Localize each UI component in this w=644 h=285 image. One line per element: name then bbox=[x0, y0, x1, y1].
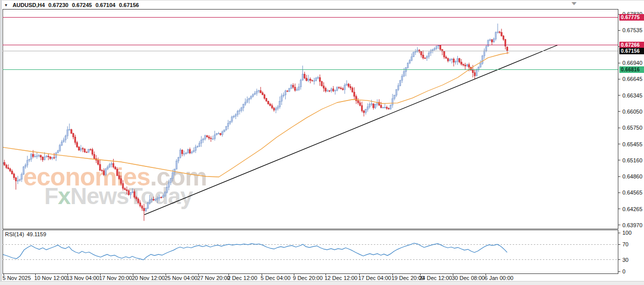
candlestick-series bbox=[2, 24, 508, 221]
candle bbox=[99, 164, 101, 170]
main-plot-area[interactable] bbox=[3, 9, 618, 229]
chart-canvas[interactable] bbox=[0, 1, 644, 285]
candle bbox=[302, 74, 303, 80]
price-level-badge: 0.66816 bbox=[619, 66, 644, 73]
candle bbox=[245, 102, 246, 104]
candle bbox=[436, 46, 437, 49]
candle bbox=[346, 84, 348, 85]
current-price-badge: 0.67156 bbox=[619, 48, 644, 54]
candle bbox=[165, 193, 166, 196]
candle bbox=[172, 173, 174, 178]
candle bbox=[197, 146, 198, 147]
candle bbox=[289, 88, 290, 91]
time-axis-label: 9 Dec 20:00 bbox=[293, 275, 323, 281]
moving-average-line bbox=[3, 53, 509, 177]
trendline[interactable] bbox=[144, 45, 557, 215]
candle bbox=[251, 97, 252, 99]
candle bbox=[168, 182, 170, 187]
candle bbox=[134, 192, 135, 197]
candle bbox=[445, 57, 447, 58]
candle bbox=[266, 99, 267, 102]
candle bbox=[130, 193, 131, 195]
candle bbox=[386, 107, 387, 108]
candle bbox=[40, 155, 42, 157]
time-axis-label: 12 Dec 12:00 bbox=[325, 275, 357, 281]
price-axis-label: 0.65160 bbox=[622, 157, 642, 163]
price-axis-label: 0.66345 bbox=[622, 92, 642, 99]
candle bbox=[126, 189, 128, 191]
candle bbox=[53, 157, 55, 158]
candle bbox=[115, 167, 116, 169]
candle bbox=[214, 135, 215, 139]
candle bbox=[220, 134, 221, 135]
price-axis-label: 0.65455 bbox=[622, 141, 642, 147]
candle bbox=[193, 151, 195, 152]
rsi-indicator-label: RSI(14) bbox=[5, 231, 24, 237]
candle bbox=[113, 163, 114, 167]
candle bbox=[46, 156, 47, 157]
candle bbox=[333, 89, 334, 91]
candle bbox=[223, 130, 225, 132]
candle bbox=[306, 78, 307, 80]
price-axis-label: 0.63970 bbox=[622, 222, 642, 228]
rsi-caption: RSI(14) 49.1159 bbox=[5, 231, 46, 237]
candle bbox=[480, 64, 481, 67]
candle bbox=[273, 108, 275, 110]
candle bbox=[107, 167, 109, 169]
candle bbox=[120, 179, 122, 183]
candle bbox=[180, 150, 181, 157]
candle bbox=[287, 91, 288, 91]
candle bbox=[262, 93, 263, 95]
chart-shift-marker-icon[interactable]: ▼ bbox=[570, 1, 579, 6]
candle bbox=[335, 90, 336, 91]
price-axis-label: 0.64565 bbox=[622, 189, 642, 196]
candle bbox=[348, 84, 349, 86]
candle bbox=[163, 196, 164, 198]
candle bbox=[76, 142, 78, 147]
candle bbox=[453, 59, 454, 62]
candle bbox=[80, 148, 82, 150]
candle bbox=[118, 176, 120, 179]
candle bbox=[201, 140, 202, 143]
candle bbox=[176, 161, 177, 169]
candle bbox=[231, 117, 233, 122]
candle bbox=[323, 86, 325, 88]
ohlc-header: ▼ AUDUSD,H4 0.67230 0.67245 0.67104 0.67… bbox=[4, 2, 139, 8]
symbol-collapse-icon[interactable]: ▼ bbox=[4, 3, 8, 8]
candle bbox=[132, 192, 133, 193]
time-axis-label: 20 Nov 12:00 bbox=[132, 275, 165, 281]
candle bbox=[258, 90, 260, 91]
candle bbox=[264, 95, 265, 99]
candle bbox=[252, 94, 254, 97]
candle bbox=[170, 178, 172, 182]
candle bbox=[4, 162, 5, 165]
candle bbox=[397, 86, 399, 90]
chart-window: ▼ AUDUSD,H4 0.67230 0.67245 0.67104 0.67… bbox=[0, 0, 644, 285]
candle bbox=[464, 65, 466, 66]
candle bbox=[109, 165, 110, 167]
candle bbox=[281, 96, 282, 102]
candle bbox=[340, 88, 342, 89]
candle bbox=[98, 160, 99, 164]
candle bbox=[283, 95, 284, 96]
candle bbox=[395, 89, 397, 95]
candle bbox=[449, 59, 451, 61]
candle bbox=[195, 147, 196, 150]
candle bbox=[92, 150, 93, 154]
candle bbox=[50, 157, 51, 158]
candle bbox=[147, 203, 148, 208]
candle bbox=[337, 87, 338, 90]
candle bbox=[67, 130, 68, 136]
candle bbox=[491, 40, 493, 42]
candle bbox=[413, 52, 415, 57]
candle bbox=[390, 105, 391, 109]
candle bbox=[90, 149, 91, 150]
time-axis-label: 13 Nov 04:00 bbox=[66, 275, 99, 281]
candle bbox=[222, 132, 223, 135]
rsi-plot-area[interactable] bbox=[3, 230, 618, 273]
candle bbox=[394, 95, 395, 99]
candle bbox=[210, 138, 212, 139]
candle bbox=[151, 200, 152, 200]
candle bbox=[279, 101, 281, 107]
candle bbox=[29, 159, 30, 160]
